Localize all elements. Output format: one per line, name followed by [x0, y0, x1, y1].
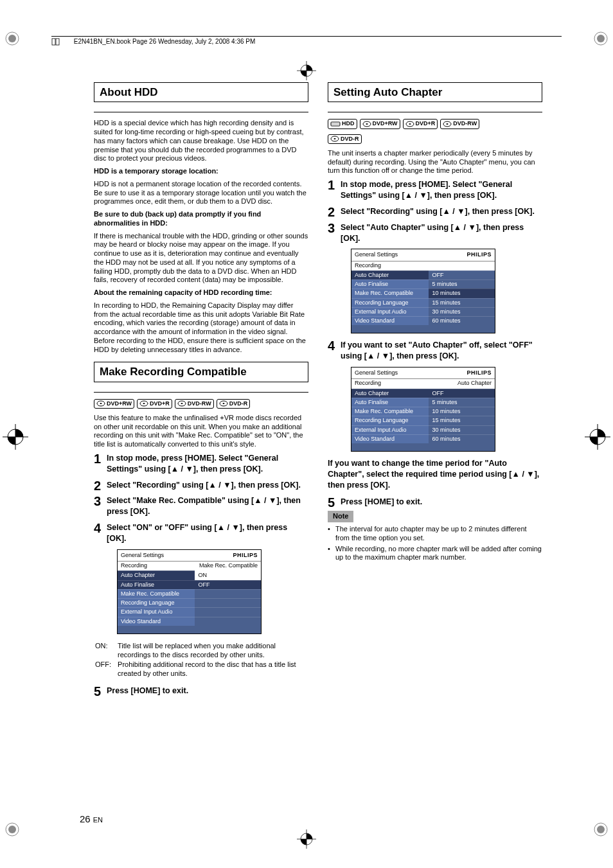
menu-screenshot-autochapter2: General SettingsPHILIPS RecordingAuto Ch…: [351, 367, 495, 452]
disc-icon: [443, 121, 452, 127]
svg-point-35: [409, 123, 411, 125]
svg-point-33: [366, 123, 368, 125]
svg-point-1: [8, 35, 16, 42]
body-text: The unit inserts a chapter marker period…: [328, 149, 542, 175]
section-heading-about-hdd: About HDD: [94, 82, 308, 102]
disc-badges-row2: DVD-R: [328, 134, 542, 144]
disc-badge: DVD-RW: [175, 399, 214, 409]
step-item: Select "Make Rec. Compatible" using [▲ /…: [107, 495, 308, 517]
page-header: E2N41BN_EN.book Page 26 Wednesday, July …: [51, 36, 562, 46]
body-text: If there is mechanical trouble with the …: [94, 232, 308, 285]
disc-badges: HDD DVD+RW DVD+R DVD-RW: [328, 119, 542, 128]
menu-screenshot-autochapter1: General SettingsPHILIPS Recording Auto C…: [351, 249, 495, 333]
disc-icon: [405, 121, 414, 127]
numbered-steps: In stop mode, press [HOME]. Select "Gene…: [328, 179, 542, 452]
page-number: 26EN: [80, 813, 103, 824]
on-off-definitions: ON:Title list will be replaced when you …: [94, 641, 308, 680]
numbered-steps: In stop mode, press [HOME]. Select "Gene…: [94, 453, 308, 544]
disc-badge: DVD+R: [137, 399, 172, 409]
step-item: Select "Auto Chapter" using [▲ / ▼], the…: [341, 222, 542, 244]
crop-mark-icon: [591, 29, 610, 48]
registration-mark-icon: [585, 424, 610, 450]
left-column: About HDD HDD is a special device which …: [94, 82, 308, 696]
disc-badges: DVD+RW DVD+R DVD-RW DVD-R: [94, 399, 308, 409]
registration-mark-icon: [297, 61, 316, 80]
svg-point-27: [181, 403, 182, 404]
step-item: If you want to set "Auto Chapter" off, s…: [341, 340, 542, 362]
svg-point-29: [222, 403, 224, 404]
header-text: E2N41BN_EN.book Page 26 Wednesday, July …: [74, 38, 256, 45]
right-column: Setting Auto Chapter HDD DVD+RW DVD+R DV…: [328, 82, 542, 696]
step-item: Press [HOME] to exit.: [328, 497, 542, 508]
disc-icon: [330, 136, 339, 142]
body-text: Use this feature to make the unfinalised…: [94, 414, 308, 449]
menu-screenshot-makerec: General SettingsPHILIPS RecordingMake Re…: [117, 549, 262, 634]
svg-point-3: [597, 35, 605, 42]
registration-mark-icon: [3, 424, 28, 450]
disc-badge: DVD+RW: [94, 399, 134, 409]
body-text: HDD is a special device which has high r…: [94, 119, 308, 163]
note-list: The interval for auto chapter may be up …: [328, 525, 542, 562]
note-item: While recording, no more chapter mark wi…: [335, 545, 542, 563]
disc-badge: DVD-R: [217, 399, 251, 409]
svg-point-25: [143, 403, 145, 404]
note-item: The interval for auto chapter may be up …: [335, 525, 542, 543]
body-text: HDD is not a permanent storage location …: [94, 180, 308, 206]
svg-point-39: [334, 138, 336, 139]
step-item: In stop mode, press [HOME]. Select "Gene…: [107, 453, 308, 475]
crop-mark-icon: [3, 820, 22, 839]
svg-point-37: [447, 123, 449, 125]
disc-badge: DVD+R: [403, 119, 438, 128]
disc-icon: [219, 400, 228, 407]
disc-badge: DVD-R: [328, 134, 362, 144]
book-icon: [51, 38, 60, 46]
step-item: Press [HOME] to exit.: [94, 686, 308, 696]
hdd-icon: [330, 121, 341, 127]
crop-mark-icon: [3, 29, 22, 48]
section-heading-auto-chapter: Setting Auto Chapter: [328, 82, 542, 102]
step-item: In stop mode, press [HOME]. Select "Gene…: [341, 179, 542, 201]
body-text: In recording to HDD, the Remaining Capac…: [94, 301, 308, 355]
disc-icon: [96, 400, 105, 407]
disc-icon: [177, 400, 186, 407]
change-time-paragraph: If you want to change the time period fo…: [328, 458, 542, 491]
step-item: Select "ON" or "OFF" using [▲ / ▼], then…: [107, 522, 308, 544]
step-item: Select "Recording" using [▲ / ▼], then p…: [107, 480, 308, 491]
hdd-badge: HDD: [328, 119, 357, 128]
disc-badge: DVD-RW: [440, 119, 479, 128]
svg-rect-20: [52, 39, 55, 45]
svg-point-5: [8, 826, 16, 833]
body-bold: Be sure to dub (back up) data promptly i…: [94, 210, 308, 228]
body-bold: HDD is a temporary storage location:: [94, 167, 308, 176]
disc-icon: [139, 400, 148, 407]
disc-icon: [362, 121, 371, 127]
body-bold: About the remaining capacity of HDD reco…: [94, 288, 308, 297]
svg-rect-21: [56, 39, 59, 45]
crop-mark-icon: [591, 820, 610, 839]
note-label: Note: [328, 511, 353, 522]
step-item: Select "Recording" using [▲ / ▼], then p…: [341, 206, 542, 217]
registration-mark-icon: [297, 829, 316, 849]
svg-point-23: [100, 403, 102, 404]
disc-badge: DVD+RW: [360, 119, 400, 128]
svg-point-7: [597, 826, 605, 833]
section-heading-make-rec: Make Recording Compatible: [94, 362, 308, 382]
